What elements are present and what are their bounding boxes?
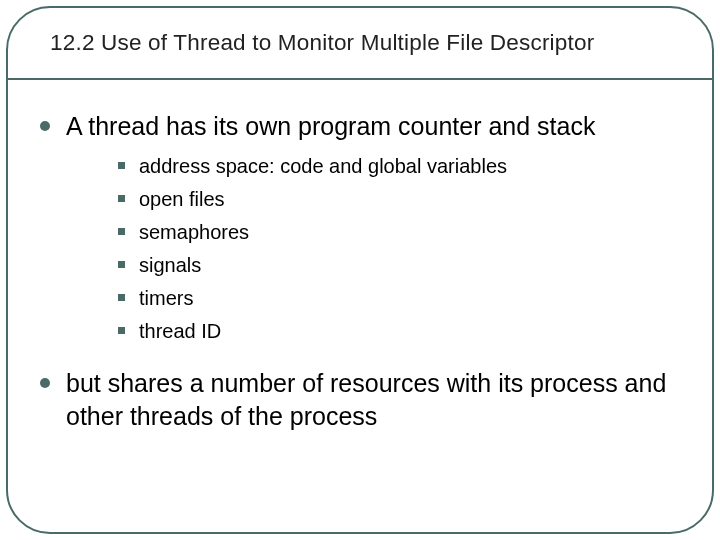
bullet-dot-icon xyxy=(40,121,50,131)
sub-bullet-text: timers xyxy=(139,285,193,312)
bullet-dot-icon xyxy=(40,378,50,388)
bullet-level2: address space: code and global variables xyxy=(118,153,680,180)
sub-bullet-list: address space: code and global variables… xyxy=(118,153,680,345)
slide-body: A thread has its own program counter and… xyxy=(40,110,680,443)
slide-title: 12.2 Use of Thread to Monitor Multiple F… xyxy=(50,30,670,56)
bullet-level2: timers xyxy=(118,285,680,312)
bullet-square-icon xyxy=(118,327,125,334)
bullet-level2: open files xyxy=(118,186,680,213)
title-area: 12.2 Use of Thread to Monitor Multiple F… xyxy=(50,30,670,56)
bullet-level2: thread ID xyxy=(118,318,680,345)
bullet-text: but shares a number of resources with it… xyxy=(66,367,680,433)
bullet-level1: A thread has its own program counter and… xyxy=(40,110,680,143)
sub-bullet-text: thread ID xyxy=(139,318,221,345)
bullet-level2: semaphores xyxy=(118,219,680,246)
sub-bullet-text: address space: code and global variables xyxy=(139,153,507,180)
sub-bullet-text: semaphores xyxy=(139,219,249,246)
bullet-square-icon xyxy=(118,162,125,169)
bullet-level2: signals xyxy=(118,252,680,279)
sub-bullet-text: open files xyxy=(139,186,225,213)
bullet-text: A thread has its own program counter and… xyxy=(66,110,595,143)
slide: 12.2 Use of Thread to Monitor Multiple F… xyxy=(0,0,720,540)
bullet-square-icon xyxy=(118,261,125,268)
sub-bullet-text: signals xyxy=(139,252,201,279)
bullet-square-icon xyxy=(118,228,125,235)
title-rule xyxy=(8,78,712,80)
bullet-square-icon xyxy=(118,294,125,301)
bullet-square-icon xyxy=(118,195,125,202)
bullet-level1: but shares a number of resources with it… xyxy=(40,367,680,433)
